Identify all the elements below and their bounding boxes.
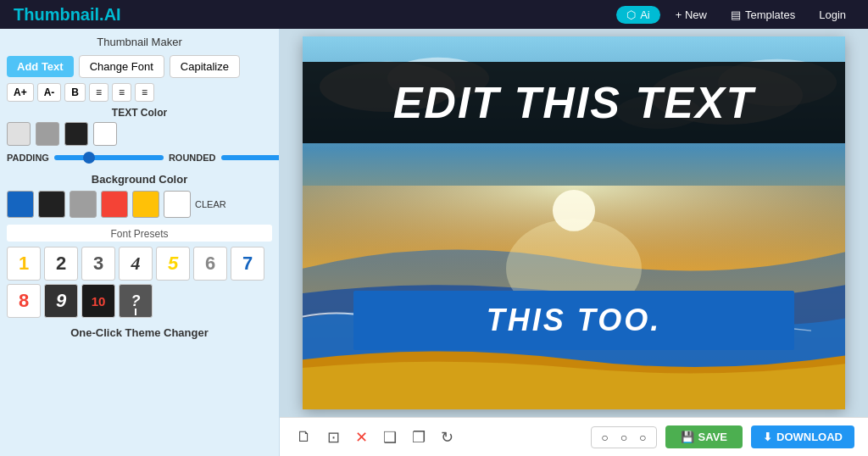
logo-accent: AI: [104, 5, 121, 24]
text-color-label: TEXT Color: [0, 103, 279, 120]
document-icon: 🗋: [297, 428, 312, 446]
padding-label: PADDING: [7, 153, 49, 163]
new-button[interactable]: + New: [667, 6, 715, 24]
rounded-slider[interactable]: [221, 155, 280, 160]
bg-swatch-yellow[interactable]: [132, 191, 159, 218]
bold-button[interactable]: B: [64, 83, 86, 102]
login-label: Login: [819, 8, 846, 21]
redo-icon-button[interactable]: ↻: [437, 425, 457, 450]
font-presets-label: Font Presets: [7, 225, 272, 242]
padding-slider[interactable]: [54, 155, 164, 160]
main-content: Thumbnail Maker Add Text Change Font Cap…: [0, 29, 868, 456]
text-toolbar-row: Add Text Change Font Capitalize: [0, 52, 279, 81]
text-color-swatch-white[interactable]: [93, 122, 117, 146]
circle-outline-button[interactable]: ○: [597, 429, 612, 446]
font-size-increase-button[interactable]: A+: [7, 83, 34, 102]
save-icon: 💾: [681, 431, 694, 443]
bg-color-section: Background Color CLEAR: [0, 168, 279, 223]
slider-row: PADDING ROUNDED: [0, 147, 279, 168]
text-color-swatch-gray[interactable]: [36, 122, 59, 146]
preset-9[interactable]: 9: [44, 284, 78, 318]
redo-icon: ↻: [441, 428, 453, 447]
sub-text-banner[interactable]: THIS TOO.: [353, 291, 794, 350]
logo: Thumbnail.AI: [14, 5, 121, 25]
image-icon: ⊡: [327, 428, 340, 447]
bg-swatch-gray[interactable]: [70, 191, 97, 218]
download-button[interactable]: ⬇ DOWNLOAD: [751, 425, 854, 448]
bg-swatch-red[interactable]: [101, 191, 128, 218]
preset-7[interactable]: 7: [231, 247, 264, 281]
bg-swatch-black[interactable]: [38, 191, 65, 218]
login-button[interactable]: Login: [810, 6, 854, 24]
text-color-swatch-black[interactable]: [64, 122, 88, 146]
preset-2[interactable]: 2: [44, 247, 78, 281]
sidebar-title: Thumbnail Maker: [0, 29, 279, 52]
bg-swatch-white[interactable]: [164, 191, 191, 218]
ai-icon: ⬡: [626, 8, 636, 21]
save-label: SAVE: [698, 431, 727, 443]
preset-4[interactable]: 4: [119, 247, 153, 281]
download-icon: ⬇: [763, 431, 772, 443]
sub-text: THIS TOO.: [487, 303, 661, 337]
canvas-area: EDIT THIS TEXT THIS TOO. 🗋 ⊡ ✕ ❑: [280, 29, 868, 456]
align-left-button[interactable]: ≡: [89, 83, 108, 102]
delete-icon-button[interactable]: ✕: [352, 425, 371, 450]
ai-button[interactable]: ⬡ Ai: [616, 6, 660, 24]
ai-label: Ai: [640, 8, 650, 21]
duplicate-icon-button[interactable]: ❐: [409, 425, 429, 450]
bg-swatch-blue[interactable]: [7, 191, 34, 218]
copy-icon: ❑: [383, 428, 397, 447]
duplicate-icon: ❐: [412, 428, 426, 447]
text-color-swatches: [0, 120, 279, 147]
save-button[interactable]: 💾 SAVE: [665, 425, 743, 448]
circle-filled-button[interactable]: ○: [635, 429, 650, 446]
font-size-decrease-button[interactable]: A-: [37, 83, 62, 102]
rounded-label: ROUNDED: [169, 153, 216, 163]
download-label: DOWNLOAD: [776, 431, 843, 443]
preset-8[interactable]: 8: [7, 284, 41, 318]
preset-10[interactable]: 10: [81, 284, 115, 318]
bg-color-title: Background Color: [7, 173, 272, 186]
templates-label: Templates: [745, 8, 795, 21]
change-font-button[interactable]: Change Font: [79, 55, 164, 78]
preset-cursor[interactable]: ?: [119, 284, 153, 318]
preset-6[interactable]: 6: [193, 247, 227, 281]
main-text-banner[interactable]: EDIT THIS TEXT: [303, 62, 845, 143]
clear-button[interactable]: CLEAR: [195, 199, 226, 209]
shape-selector: ○ ○ ○: [591, 426, 656, 448]
preset-3[interactable]: 3: [81, 247, 115, 281]
main-text: EDIT THIS TEXT: [393, 78, 755, 127]
format-row: A+ A- B ≡ ≡ ≡: [0, 81, 279, 103]
templates-icon: ▤: [731, 8, 741, 21]
capitalize-button[interactable]: Capitalize: [170, 55, 240, 78]
text-color-swatch-light[interactable]: [7, 122, 31, 146]
sidebar: Thumbnail Maker Add Text Change Font Cap…: [0, 29, 280, 456]
add-text-button[interactable]: Add Text: [7, 56, 74, 77]
preset-1[interactable]: 1: [7, 247, 41, 281]
bg-color-swatches: CLEAR: [7, 191, 272, 218]
image-icon-button[interactable]: ⊡: [324, 425, 343, 450]
new-label: + New: [676, 8, 707, 21]
preset-5[interactable]: 5: [156, 247, 190, 281]
align-right-button[interactable]: ≡: [135, 83, 154, 102]
thumbnail-canvas[interactable]: EDIT THIS TEXT THIS TOO.: [303, 36, 845, 409]
copy-icon-button[interactable]: ❑: [380, 425, 400, 450]
preset-grid: 1 2 3 4 5 6 7 8 9 10 ?: [0, 243, 279, 321]
circle-button[interactable]: ○: [616, 429, 632, 446]
templates-button[interactable]: ▤ Templates: [722, 6, 804, 24]
one-click-theme-title: One-Click Theme Changer: [0, 321, 279, 341]
header: Thumbnail.AI ⬡ Ai + New ▤ Templates Logi…: [0, 0, 868, 29]
document-icon-button[interactable]: 🗋: [293, 425, 315, 449]
bottom-toolbar: 🗋 ⊡ ✕ ❑ ❐ ↻ ○ ○ ○ �: [280, 417, 868, 456]
delete-icon: ✕: [355, 428, 368, 447]
align-center-button[interactable]: ≡: [112, 83, 131, 102]
logo-text: Thumbnail.: [14, 5, 104, 24]
canvas-container: EDIT THIS TEXT THIS TOO.: [280, 29, 868, 417]
